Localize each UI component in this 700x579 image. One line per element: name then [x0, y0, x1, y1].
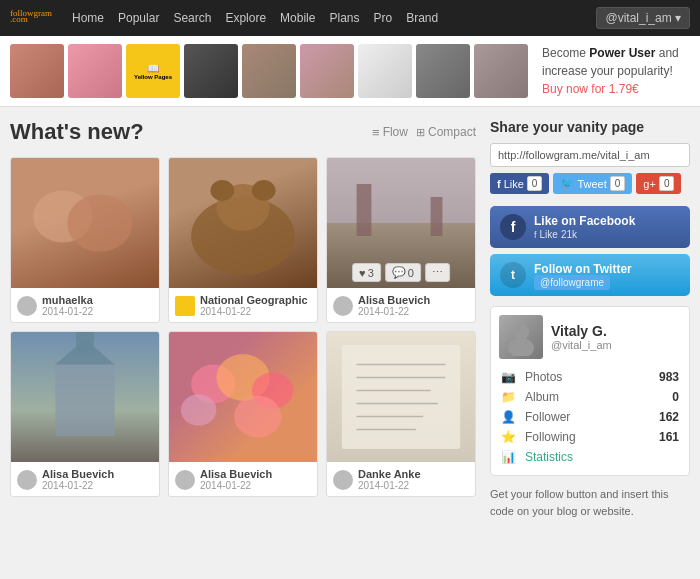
user-name[interactable]: National Geographic — [200, 294, 311, 306]
user-avatar — [175, 470, 195, 490]
statistics-link[interactable]: Statistics — [525, 450, 573, 464]
fb-icon: f — [497, 178, 501, 190]
stat-photos: 📷 Photos 983 — [499, 367, 681, 387]
twitter-icon: t — [500, 262, 526, 288]
promo-strip: 📖 Yellow Pages Become Power User and inc… — [0, 36, 700, 107]
follower-icon: 👤 — [501, 410, 516, 424]
user-avatar — [333, 296, 353, 316]
stats-icon: 📊 — [501, 450, 516, 464]
photo-meta: Alisa Buevich 2014-01-22 — [169, 462, 317, 496]
more-button[interactable]: ⋯ — [425, 263, 450, 282]
nav-home[interactable]: Home — [72, 11, 104, 25]
photo-meta: National Geographic 2014-01-22 — [169, 288, 317, 322]
promo-avatars: 📖 Yellow Pages — [10, 44, 528, 98]
photo-image[interactable] — [169, 158, 317, 288]
follow-sub-btn[interactable]: @followgrame — [534, 275, 610, 290]
facebook-icon: f — [500, 214, 526, 240]
photo-image[interactable] — [11, 332, 159, 462]
user-avatar — [333, 470, 353, 490]
user-name[interactable]: Alisa Buevich — [42, 468, 153, 480]
user-info: Danke Anke 2014-01-22 — [358, 468, 469, 491]
user-name[interactable]: Alisa Buevich — [358, 294, 469, 306]
svg-rect-17 — [342, 345, 460, 449]
photo-image[interactable] — [169, 332, 317, 462]
comment-button[interactable]: 💬 0 — [385, 263, 421, 282]
gplus-btn[interactable]: g+ 0 — [636, 173, 681, 194]
user-avatar — [17, 470, 37, 490]
view-toggle: ≡ Flow ⊞ Compact — [372, 125, 476, 140]
promo-avatar — [416, 44, 470, 98]
photo-date: 2014-01-22 — [358, 306, 469, 317]
svg-rect-7 — [357, 184, 372, 236]
profile-avatar — [499, 315, 543, 359]
photos-icon: 📷 — [501, 370, 516, 384]
nav-search[interactable]: Search — [173, 11, 211, 25]
user-info: muhaelka 2014-01-22 — [42, 294, 153, 317]
stat-album: 📁 Album 0 — [499, 387, 681, 407]
stats-table: 📷 Photos 983 📁 Album 0 👤 Follower 162 ⭐ … — [499, 367, 681, 467]
svg-point-4 — [210, 180, 234, 201]
content-area: What's new? ≡ Flow ⊞ Compact — [10, 119, 476, 497]
svg-point-25 — [508, 338, 534, 356]
site-logo[interactable]: followgram .com — [10, 12, 52, 24]
nav-popular[interactable]: Popular — [118, 11, 159, 25]
photo-date: 2014-01-22 — [42, 306, 153, 317]
promo-avatar — [10, 44, 64, 98]
view-flow-btn[interactable]: ≡ Flow — [372, 125, 408, 140]
promo-avatar — [68, 44, 122, 98]
stat-statistics: 📊 Statistics — [499, 447, 681, 467]
photo-image[interactable] — [327, 332, 475, 462]
fb-btn-sub: f Like 21k — [534, 229, 635, 240]
photo-date: 2014-01-22 — [200, 306, 311, 317]
vanity-url-input[interactable] — [490, 143, 690, 167]
svg-point-5 — [252, 180, 276, 201]
photo-svg — [169, 158, 317, 288]
stat-follower: 👤 Follower 162 — [499, 407, 681, 427]
main-layout: What's new? ≡ Flow ⊞ Compact — [0, 107, 700, 531]
user-info: National Geographic 2014-01-22 — [200, 294, 311, 317]
nav-plans[interactable]: Plans — [329, 11, 359, 25]
photo-svg — [169, 332, 317, 462]
twitter-tweet-btn[interactable]: 🐦 Tweet 0 — [553, 173, 632, 194]
like-button[interactable]: ♥ 3 — [352, 263, 381, 282]
photo-image[interactable]: ♥ 3 💬 0 ⋯ — [327, 158, 475, 288]
facebook-large-btn[interactable]: f Like on Facebook f Like 21k — [490, 206, 690, 248]
promo-buy-link[interactable]: Buy now for 1.79€ — [542, 82, 639, 96]
photo-image[interactable] — [11, 158, 159, 288]
user-info: Alisa Buevich 2014-01-22 — [358, 294, 469, 317]
navbar: followgram .com Home Popular Search Expl… — [0, 0, 700, 36]
stat-following: ⭐ Following 161 — [499, 427, 681, 447]
nav-mobile[interactable]: Mobile — [280, 11, 315, 25]
photo-card: ♥ 3 💬 0 ⋯ Alisa — [326, 157, 476, 323]
svg-point-24 — [513, 324, 529, 340]
photo-svg — [11, 332, 159, 462]
nav-brand[interactable]: Brand — [406, 11, 438, 25]
photo-card: Alisa Buevich 2014-01-22 — [168, 331, 318, 497]
profile-name[interactable]: Vitaly G. — [551, 323, 612, 339]
facebook-like-btn[interactable]: f Like 0 — [490, 173, 549, 194]
svg-rect-8 — [431, 197, 443, 236]
user-menu[interactable]: @vital_i_am ▾ — [596, 7, 690, 29]
photo-card: Danke Anke 2014-01-22 — [326, 331, 476, 497]
user-name[interactable]: Danke Anke — [358, 468, 469, 480]
dots-icon: ⋯ — [432, 266, 443, 279]
following-icon: ⭐ — [501, 430, 516, 444]
user-name[interactable]: muhaelka — [42, 294, 153, 306]
user-info: Alisa Buevich 2014-01-22 — [200, 468, 311, 491]
follow-code-text: Get your follow button and insert this c… — [490, 486, 690, 519]
photo-card: muhaelka 2014-01-22 — [10, 157, 160, 323]
whats-new-header: What's new? ≡ Flow ⊞ Compact — [10, 119, 476, 145]
nav-pro[interactable]: Pro — [374, 11, 393, 25]
promo-avatar — [358, 44, 412, 98]
share-title: Share your vanity page — [490, 119, 690, 135]
svg-rect-11 — [76, 332, 94, 352]
view-compact-btn[interactable]: ⊞ Compact — [416, 125, 476, 139]
nav-explore[interactable]: Explore — [225, 11, 266, 25]
svg-rect-6 — [327, 158, 475, 223]
promo-avatar — [474, 44, 528, 98]
photo-card: Alisa Buevich 2014-01-22 — [10, 331, 160, 497]
flow-icon: ≡ — [372, 125, 380, 140]
promo-avatar-yellowpages: 📖 Yellow Pages — [126, 44, 180, 98]
user-name[interactable]: Alisa Buevich — [200, 468, 311, 480]
twitter-large-btn[interactable]: t Follow on Twitter @followgrame — [490, 254, 690, 296]
